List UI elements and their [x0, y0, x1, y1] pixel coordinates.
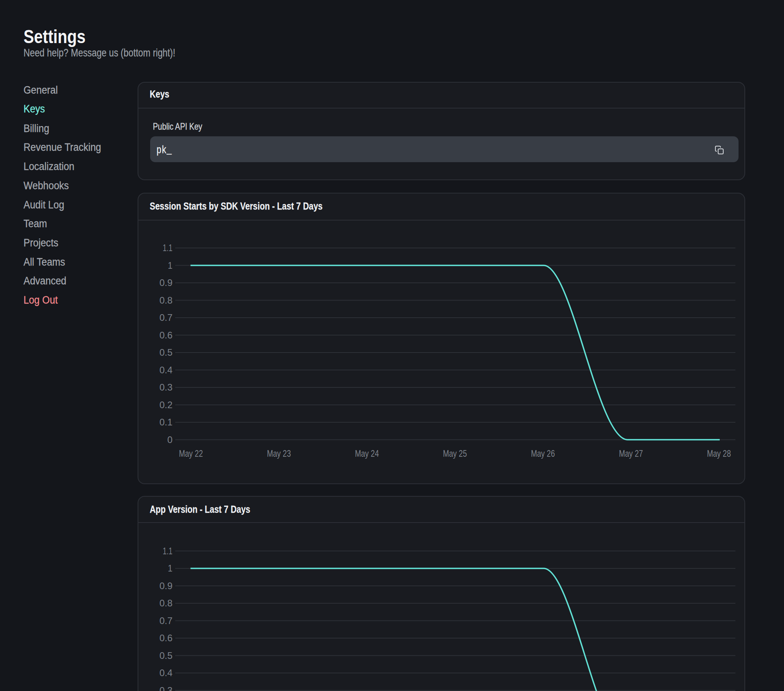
svg-text:0.9: 0.9 [160, 581, 172, 591]
svg-text:0.7: 0.7 [160, 615, 172, 626]
svg-text:1: 1 [168, 260, 172, 271]
svg-text:0.5: 0.5 [160, 347, 172, 358]
svg-text:May 25: May 25 [443, 448, 467, 459]
svg-text:0.9: 0.9 [160, 277, 172, 288]
svg-text:May 24: May 24 [355, 448, 379, 459]
svg-text:0: 0 [167, 434, 172, 445]
svg-text:0.2: 0.2 [160, 400, 172, 410]
svg-text:0.6: 0.6 [160, 633, 172, 643]
svg-text:0.4: 0.4 [160, 365, 172, 375]
svg-text:1: 1 [168, 563, 172, 573]
svg-text:0.8: 0.8 [160, 295, 172, 306]
svg-text:1.1: 1.1 [163, 546, 172, 556]
svg-text:May 23: May 23 [267, 448, 291, 459]
svg-text:May 26: May 26 [531, 448, 555, 459]
svg-text:0.4: 0.4 [160, 667, 172, 678]
svg-text:May 22: May 22 [179, 448, 203, 459]
svg-text:0.8: 0.8 [160, 598, 172, 608]
svg-text:0.1: 0.1 [160, 417, 172, 427]
svg-text:May 27: May 27 [619, 448, 643, 459]
svg-text:0.7: 0.7 [160, 312, 172, 323]
svg-text:0.3: 0.3 [160, 382, 172, 393]
svg-text:1.1: 1.1 [163, 242, 172, 253]
svg-text:0.6: 0.6 [160, 330, 172, 340]
svg-text:May 28: May 28 [707, 448, 731, 459]
svg-text:0.3: 0.3 [160, 685, 172, 691]
svg-text:0.5: 0.5 [160, 650, 172, 661]
